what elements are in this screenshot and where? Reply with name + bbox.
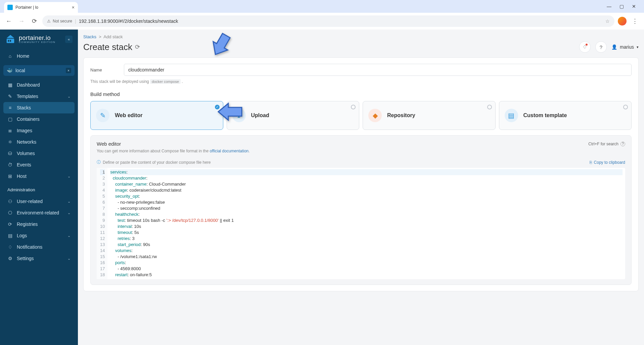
sidebar-item-templates[interactable]: ✎Templates⌄ xyxy=(3,91,75,102)
main-content: Stacks > Add stack Create stack ⟳ ♢ ? xyxy=(78,30,644,345)
tab-title: Portainer | lo xyxy=(15,5,38,10)
repository-icon: ◆ xyxy=(368,109,382,122)
sidebar-item-host[interactable]: ⊞Host⌄ xyxy=(3,170,75,182)
help-icon: ? xyxy=(600,44,602,50)
volumes-icon: ⛁ xyxy=(7,151,13,156)
help-icon[interactable]: ? xyxy=(620,142,625,146)
sidebar-collapse-button[interactable]: « xyxy=(65,36,73,43)
sidebar: portainer.io COMMUNITY EDITION « ⌂ Home … xyxy=(0,30,78,345)
breadcrumb-root[interactable]: Stacks xyxy=(83,34,96,39)
templates-icon: ✎ xyxy=(7,94,13,99)
custom-template-icon: ▤ xyxy=(505,109,518,122)
chevron-down-icon: ⌄ xyxy=(67,211,71,215)
method-custom-template[interactable]: ▤ Custom template xyxy=(499,101,632,130)
portainer-logo-icon xyxy=(5,34,15,44)
docs-link[interactable]: official documentation xyxy=(210,149,248,153)
notifications-icon: ♢ xyxy=(7,244,13,250)
admin-heading: Administration xyxy=(0,183,78,194)
user-menu[interactable]: 👤 marius ▾ xyxy=(611,44,639,50)
maximize-icon[interactable]: ▢ xyxy=(619,4,624,9)
editor-info: You can get more information about Compo… xyxy=(97,149,625,153)
chevron-down-icon: ⌄ xyxy=(67,199,71,204)
sidebar-item-networks[interactable]: ⚛Networks xyxy=(3,136,75,148)
svg-rect-1 xyxy=(8,40,9,42)
editor-hint: ⓘ Define or paste the content of your do… xyxy=(97,159,211,165)
radio-icon xyxy=(487,105,492,109)
minimize-icon[interactable]: — xyxy=(607,4,611,9)
browser-tab[interactable]: Portainer | lo × xyxy=(4,2,78,13)
browser-chrome: Portainer | lo × — ▢ ✕ ← → ⟳ ⚠ Not secur… xyxy=(0,0,644,30)
sidebar-item-settings[interactable]: ⚙Settings⌄ xyxy=(3,253,75,264)
bookmark-icon[interactable]: ☆ xyxy=(605,18,610,24)
registries-icon: ⟳ xyxy=(7,221,13,227)
sidebar-item-user-related[interactable]: ⚇User-related⌄ xyxy=(3,196,75,207)
upload-icon: ⤓ xyxy=(232,109,246,122)
chevron-down-icon: ⌄ xyxy=(67,174,71,179)
copy-clipboard-button[interactable]: ⎘ Copy to clipboard xyxy=(590,160,625,165)
reload-button[interactable]: ⟳ xyxy=(30,16,39,26)
chevron-down-icon: ▾ xyxy=(637,45,639,49)
sidebar-item-events[interactable]: ⏱Events xyxy=(3,159,75,170)
favicon-icon xyxy=(7,5,13,10)
back-button[interactable]: ← xyxy=(4,16,13,26)
breadcrumb-leaf: Add stack xyxy=(103,34,123,39)
environment-related-icon: ⎔ xyxy=(7,210,13,215)
chevron-down-icon: ⌄ xyxy=(67,256,71,261)
env-close-icon[interactable]: × xyxy=(66,68,71,73)
images-icon: ≣ xyxy=(7,128,13,133)
method-web-editor[interactable]: ✎ Web editor xyxy=(90,101,223,130)
chevron-down-icon: ⌄ xyxy=(67,234,71,238)
web-editor-icon: ✎ xyxy=(96,109,109,122)
profile-avatar[interactable] xyxy=(618,17,627,26)
security-badge: ⚠ Not secure xyxy=(47,19,72,23)
sidebar-item-notifications[interactable]: ♢Notifications xyxy=(3,241,75,253)
close-icon[interactable]: ✕ xyxy=(632,4,636,9)
window-controls: — ▢ ✕ xyxy=(607,0,644,13)
build-method-title: Build method xyxy=(90,91,632,97)
sidebar-item-images[interactable]: ≣Images xyxy=(3,125,75,136)
info-icon: ⓘ xyxy=(97,159,101,165)
sidebar-item-volumes[interactable]: ⛁Volumes xyxy=(3,148,75,159)
sidebar-item-registries[interactable]: ⟳Registries xyxy=(3,218,75,230)
user-related-icon: ⚇ xyxy=(7,199,13,204)
host-icon: ⊞ xyxy=(7,174,13,179)
address-bar[interactable]: ⚠ Not secure | 192.168.1.18:9000/#!/2/do… xyxy=(42,15,614,27)
sidebar-item-dashboard[interactable]: ▦Dashboard xyxy=(3,79,75,91)
settings-icon: ⚙ xyxy=(7,256,13,261)
stack-name-input[interactable] xyxy=(124,64,632,76)
refresh-icon[interactable]: ⟳ xyxy=(135,43,140,51)
environment-selector[interactable]: 🐳 local × xyxy=(3,65,75,76)
home-icon: ⌂ xyxy=(7,53,13,59)
stacks-icon: ≡ xyxy=(7,105,13,110)
browser-menu-icon[interactable]: ⋮ xyxy=(630,17,640,25)
events-icon: ⏱ xyxy=(7,162,13,167)
containers-icon: ▢ xyxy=(7,116,13,122)
sidebar-home[interactable]: ⌂ Home xyxy=(3,50,75,62)
method-repository[interactable]: ◆ Repository xyxy=(363,101,496,130)
sidebar-item-environment-related[interactable]: ⎔Environment-related⌄ xyxy=(3,207,75,218)
docker-icon: 🐳 xyxy=(7,68,12,73)
dashboard-icon: ▦ xyxy=(7,82,13,88)
name-label: Name xyxy=(90,67,124,72)
notification-dot-icon xyxy=(586,44,588,46)
url-text: 192.168.1.18:9000/#!/2/docker/stacks/new… xyxy=(79,18,178,24)
sidebar-item-containers[interactable]: ▢Containers xyxy=(3,113,75,125)
radio-icon xyxy=(623,105,628,109)
radio-icon xyxy=(215,105,220,109)
sidebar-item-logs[interactable]: ▤Logs⌄ xyxy=(3,230,75,241)
page-title: Create stack xyxy=(83,42,132,52)
tab-close-icon[interactable]: × xyxy=(72,5,75,10)
radio-icon xyxy=(351,105,356,109)
editor-search-hint: Ctrl+F for search ? xyxy=(588,142,625,146)
notifications-button[interactable]: ♢ xyxy=(579,41,591,53)
code-editor[interactable]: 123456789101112131415161718 services: cl… xyxy=(97,168,625,279)
clipboard-icon: ⎘ xyxy=(590,160,592,165)
chevron-down-icon: ⌄ xyxy=(67,94,71,99)
forward-button[interactable]: → xyxy=(17,16,26,26)
user-icon: 👤 xyxy=(611,44,617,50)
deploy-hint: This stack will be deployed using docker… xyxy=(90,79,632,84)
help-button[interactable]: ? xyxy=(595,41,607,53)
sidebar-item-stacks[interactable]: ≡Stacks xyxy=(3,102,75,113)
method-upload[interactable]: ⤓ Upload xyxy=(227,101,360,130)
brand-logo: portainer.io COMMUNITY EDITION « xyxy=(0,30,78,49)
